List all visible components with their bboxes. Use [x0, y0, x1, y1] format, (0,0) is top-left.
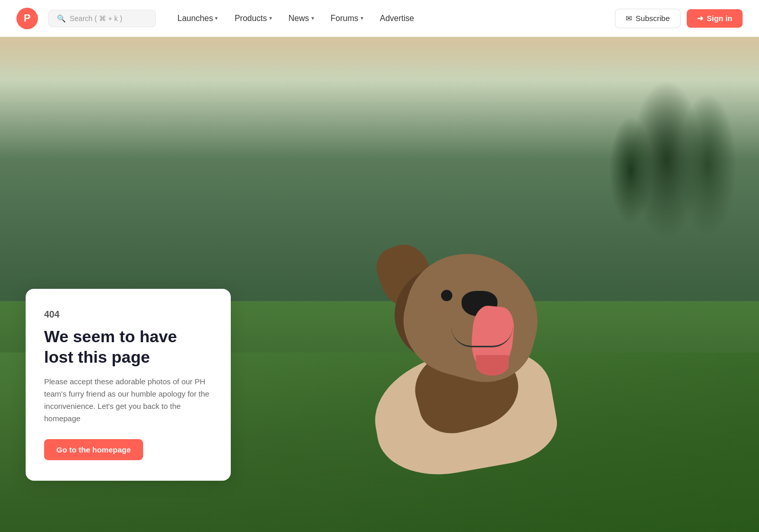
search-icon: 🔍: [57, 14, 66, 23]
chevron-down-icon: ▾: [215, 15, 218, 22]
dog-eye: [441, 290, 452, 301]
nav-item-launches[interactable]: Launches ▾: [170, 10, 225, 27]
logo[interactable]: P: [16, 8, 38, 29]
chevron-down-icon: ▾: [269, 15, 272, 22]
search-bar[interactable]: 🔍 Search ( ⌘ + k ): [48, 10, 156, 27]
nav-forums-label: Forums: [331, 14, 358, 23]
nav-item-products[interactable]: Products ▾: [227, 10, 279, 27]
logo-letter: P: [24, 12, 30, 24]
error-title-line2: lost this page: [44, 348, 150, 366]
error-code: 404: [44, 309, 212, 320]
nav-actions: ✉ Subscribe ➜ Sign in: [615, 9, 743, 28]
signin-button[interactable]: ➜ Sign in: [687, 9, 743, 28]
error-title: We seem to have lost this page: [44, 326, 212, 367]
nav-products-label: Products: [234, 14, 267, 23]
hero-background: 404 We seem to have lost this page Pleas…: [0, 0, 759, 532]
dog-mouth: [451, 306, 513, 347]
navbar: P 🔍 Search ( ⌘ + k ) Launches ▾ Products…: [0, 0, 759, 37]
nav-news-label: News: [289, 14, 309, 23]
nav-advertise-label: Advertise: [380, 14, 414, 23]
signin-icon: ➜: [697, 14, 704, 23]
error-description: Please accept these adorable photos of o…: [44, 376, 212, 425]
chevron-down-icon: ▾: [361, 15, 364, 22]
nav-item-news[interactable]: News ▾: [282, 10, 322, 27]
error-card: 404 We seem to have lost this page Pleas…: [26, 289, 231, 481]
search-placeholder: Search ( ⌘ + k ): [70, 14, 122, 23]
nav-item-advertise[interactable]: Advertise: [373, 10, 422, 27]
dog-illustration: [313, 234, 646, 491]
signin-label: Sign in: [707, 14, 732, 23]
nav-item-forums[interactable]: Forums ▾: [324, 10, 371, 27]
go-to-homepage-button[interactable]: Go to the homepage: [44, 439, 143, 460]
nav-launches-label: Launches: [177, 14, 213, 23]
subscribe-label: Subscribe: [635, 14, 670, 23]
subscribe-button[interactable]: ✉ Subscribe: [615, 9, 681, 28]
chevron-down-icon: ▾: [311, 15, 314, 22]
nav-links: Launches ▾ Products ▾ News ▾ Forums ▾ Ad…: [170, 10, 611, 27]
subscribe-icon: ✉: [626, 14, 632, 23]
dog-tongue-tip: [476, 355, 509, 376]
error-title-line1: We seem to have: [44, 327, 177, 346]
